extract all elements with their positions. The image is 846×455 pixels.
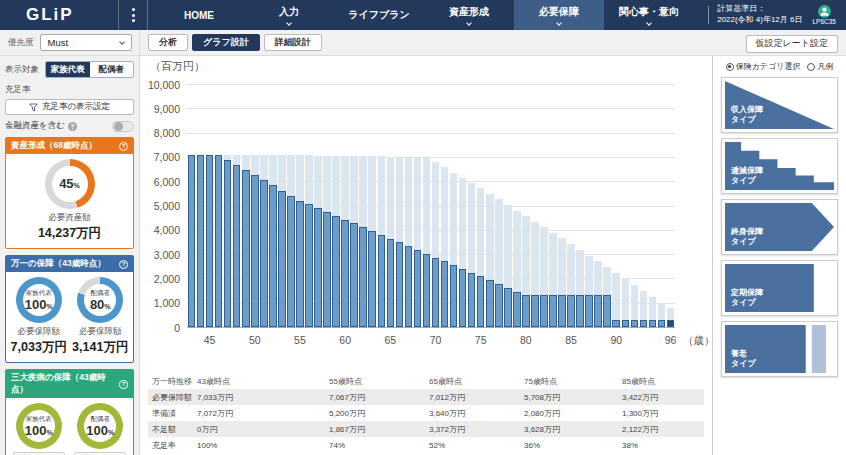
user-avatar[interactable]: LP6C35 bbox=[813, 5, 837, 26]
bar-slot-age-76[interactable] bbox=[485, 84, 494, 327]
bar-slot-age-77[interactable] bbox=[494, 84, 503, 327]
prepared-bar-age-93 bbox=[640, 320, 648, 327]
category-card-decreasing-protection-type[interactable]: 逓減保障 タイプ bbox=[721, 138, 838, 194]
bar-slot-age-96[interactable] bbox=[666, 84, 675, 327]
y-axis-tick-label: 7,000 bbox=[140, 151, 180, 163]
category-card-wholelife-protection-type[interactable]: 終身保障 タイプ bbox=[721, 199, 838, 255]
category-label: 定期保障 タイプ bbox=[731, 288, 763, 308]
display-target-label: 表示対象 bbox=[5, 64, 41, 76]
bar-slot-age-51[interactable] bbox=[259, 84, 268, 327]
sufficiency-display-settings-button[interactable]: 充足率の表示設定 bbox=[5, 99, 134, 115]
y-axis-tick-label: 0 bbox=[140, 322, 180, 334]
x-axis-tick-label: 90 bbox=[602, 334, 630, 346]
bar-slot-age-94[interactable] bbox=[648, 84, 657, 327]
bar-slot-age-84[interactable] bbox=[558, 84, 567, 327]
bar-slot-age-56[interactable] bbox=[304, 84, 313, 327]
bar-slot-age-48[interactable] bbox=[232, 84, 241, 327]
tab-detail-design[interactable]: 詳細設計 bbox=[264, 34, 322, 51]
prepared-bar-age-60 bbox=[341, 220, 349, 327]
bar-slot-age-47[interactable] bbox=[223, 84, 232, 327]
category-card-term-protection-type[interactable]: 定期保障 タイプ bbox=[721, 260, 838, 316]
bar-slot-age-46[interactable] bbox=[214, 84, 223, 327]
bar-slot-age-52[interactable] bbox=[268, 84, 277, 327]
bar-slot-age-93[interactable] bbox=[639, 84, 648, 327]
bar-slot-age-70[interactable] bbox=[431, 84, 440, 327]
bar-slot-age-57[interactable] bbox=[314, 84, 323, 327]
priority-select[interactable]: Must bbox=[40, 34, 132, 51]
bar-slot-age-58[interactable] bbox=[323, 84, 332, 327]
bar-slot-age-83[interactable] bbox=[548, 84, 557, 327]
bar-slot-age-49[interactable] bbox=[241, 84, 250, 327]
bar-slot-age-81[interactable] bbox=[530, 84, 539, 327]
bar-slot-age-63[interactable] bbox=[368, 84, 377, 327]
table-column-header: 43歳時点 bbox=[193, 373, 325, 389]
nav-item-home[interactable]: HOME bbox=[154, 0, 244, 30]
bar-slot-age-75[interactable] bbox=[476, 84, 485, 327]
category-card-income-protection-type[interactable]: 収入保障 タイプ bbox=[721, 77, 838, 133]
bar-slot-age-53[interactable] bbox=[277, 84, 286, 327]
bar-slot-age-79[interactable] bbox=[512, 84, 521, 327]
bar-slot-age-82[interactable] bbox=[539, 84, 548, 327]
bar-slot-age-65[interactable] bbox=[386, 84, 395, 327]
bar-slot-age-59[interactable] bbox=[332, 84, 341, 327]
radio-legend[interactable]: 凡例 bbox=[807, 61, 833, 72]
bar-slot-age-67[interactable] bbox=[404, 84, 413, 327]
bar-slot-age-55[interactable] bbox=[295, 84, 304, 327]
bar-slot-age-87[interactable] bbox=[585, 84, 594, 327]
bar-slot-age-89[interactable] bbox=[603, 84, 612, 327]
radio-insurance-category-select[interactable]: 保険カテゴリ選択 bbox=[726, 61, 801, 72]
tab-analysis[interactable]: 分析 bbox=[148, 34, 188, 51]
ring-center: 配偶者80% bbox=[84, 284, 116, 316]
nav-item-required-coverage[interactable]: 必要保障 bbox=[514, 0, 604, 30]
bar-slot-age-45[interactable] bbox=[205, 84, 214, 327]
help-icon[interactable]: ? bbox=[119, 142, 128, 151]
nav-item-interests[interactable]: 関心事・意向 bbox=[604, 0, 694, 30]
prepared-bar-age-50 bbox=[251, 175, 259, 327]
bar-slot-age-86[interactable] bbox=[576, 84, 585, 327]
prepared-bar-age-85 bbox=[567, 295, 575, 327]
bar-slot-age-44[interactable] bbox=[196, 84, 205, 327]
bar-slot-age-72[interactable] bbox=[449, 84, 458, 327]
bar-slot-age-68[interactable] bbox=[413, 84, 422, 327]
hypothetical-rate-settings-button[interactable]: 仮設定レート設定 bbox=[746, 35, 838, 53]
help-icon[interactable]: ? bbox=[119, 260, 128, 269]
nav-item-asset-formation[interactable]: 資産形成 bbox=[424, 0, 514, 30]
bar-slot-age-64[interactable] bbox=[377, 84, 386, 327]
bar-slot-age-54[interactable] bbox=[286, 84, 295, 327]
include-financial-assets-toggle[interactable] bbox=[112, 121, 134, 132]
help-icon[interactable]: ? bbox=[119, 380, 128, 389]
prepared-bar-age-61 bbox=[350, 223, 358, 327]
chevron-down-icon bbox=[286, 20, 292, 26]
bar-slot-age-60[interactable] bbox=[341, 84, 350, 327]
bar-slot-age-66[interactable] bbox=[395, 84, 404, 327]
bar-slot-age-50[interactable] bbox=[250, 84, 259, 327]
tab-graph-design[interactable]: グラフ設計 bbox=[192, 34, 260, 51]
target-option-spouse[interactable]: 配偶者 bbox=[90, 62, 134, 77]
nav-item-lifeplan[interactable]: ライフプラン bbox=[334, 0, 424, 30]
help-icon[interactable]: ? bbox=[68, 122, 77, 131]
bar-slot-age-61[interactable] bbox=[350, 84, 359, 327]
progress-ring: 配偶者100% bbox=[77, 403, 123, 449]
target-option-family-representative[interactable]: 家族代表 bbox=[46, 62, 90, 77]
bar-slot-age-85[interactable] bbox=[567, 84, 576, 327]
right-panel: 保険カテゴリ選択凡例 収入保障 タイプ逓減保障 タイプ終身保障 タイプ定期保障 … bbox=[712, 56, 846, 455]
bar-slot-age-91[interactable] bbox=[621, 84, 630, 327]
bar-slot-age-80[interactable] bbox=[521, 84, 530, 327]
bar-slot-age-43[interactable] bbox=[187, 84, 196, 327]
kebab-menu-icon[interactable] bbox=[118, 0, 148, 30]
bar-slot-age-88[interactable] bbox=[594, 84, 603, 327]
bar-slot-age-73[interactable] bbox=[458, 84, 467, 327]
bar-slot-age-90[interactable] bbox=[612, 84, 621, 327]
bar-slot-age-74[interactable] bbox=[467, 84, 476, 327]
bar-slot-age-62[interactable] bbox=[359, 84, 368, 327]
amount-value: 3,141万円 bbox=[72, 339, 128, 356]
nav-item-input[interactable]: 入力 bbox=[244, 0, 334, 30]
category-card-endowment-type[interactable]: 養老 タイプ bbox=[721, 321, 838, 377]
bar-slot-age-69[interactable] bbox=[422, 84, 431, 327]
nav-item-label: 資産形成 bbox=[449, 5, 489, 19]
bar-slot-age-95[interactable] bbox=[657, 84, 666, 327]
bar-slot-age-71[interactable] bbox=[440, 84, 449, 327]
bar-slot-age-92[interactable] bbox=[630, 84, 639, 327]
prepared-bar-age-81 bbox=[531, 295, 539, 327]
bar-slot-age-78[interactable] bbox=[503, 84, 512, 327]
